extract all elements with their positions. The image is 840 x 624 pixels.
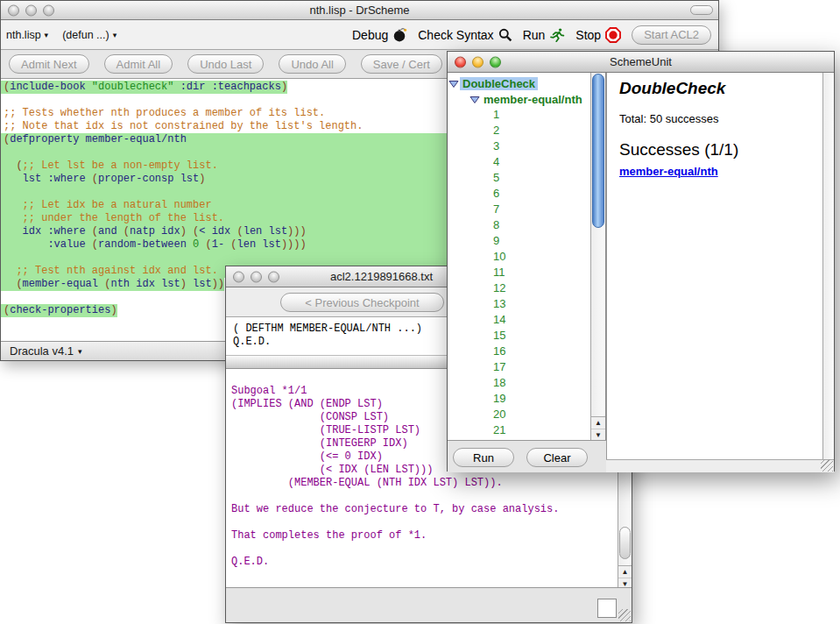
tree-case-18[interactable]: 18 (448, 375, 590, 391)
zoom-button[interactable] (490, 56, 501, 67)
disclosure-triangle-icon[interactable] (469, 95, 480, 104)
scrollbar-thumb[interactable] (592, 74, 604, 228)
stop-button[interactable]: Stop (575, 27, 621, 43)
close-button[interactable] (233, 271, 244, 282)
report-heading: DoubleCheck (619, 79, 815, 98)
undo-last-button[interactable]: Undo Last (187, 54, 264, 74)
drscheme-toolbar: nth.lisp ▾ (defun ...) ▾ Debug Check Syn… (1, 20, 718, 50)
clear-button[interactable]: Clear (526, 448, 588, 467)
schemeunit-bottom-strip (606, 459, 834, 472)
resize-grip[interactable] (618, 609, 631, 621)
tree-case-3[interactable]: 3 (448, 138, 590, 154)
tree-case-13[interactable]: 13 (448, 296, 590, 312)
tree-case-16[interactable]: 16 (448, 344, 590, 359)
window-controls (8, 4, 54, 16)
chevron-down-icon: ▾ (113, 31, 117, 39)
tree-case-9[interactable]: 9 (448, 233, 590, 249)
close-button[interactable] (455, 56, 466, 67)
tree-case-11[interactable]: 11 (448, 265, 590, 280)
start-acl2-button[interactable]: Start ACL2 (632, 25, 711, 45)
tree-case-8[interactable]: 8 (448, 217, 590, 233)
window-title: nth.lisp - DrScheme (1, 4, 718, 17)
schemeunit-button-bar: Run Clear (448, 440, 606, 472)
previous-checkpoint-button[interactable]: < Previous Checkpoint (280, 293, 444, 312)
runner-icon (549, 27, 565, 43)
defun-popup-menu[interactable]: (defun ...) ▾ (62, 29, 116, 41)
zoom-button[interactable] (268, 271, 279, 282)
stop-sign-icon (605, 27, 621, 43)
success-link[interactable]: member-equal/nth (619, 165, 718, 178)
chevron-down-icon: ▾ (45, 31, 49, 39)
scroll-up-arrow[interactable]: ▲ (591, 417, 605, 429)
undo-all-button[interactable]: Undo All (279, 54, 345, 74)
resize-grip[interactable] (821, 459, 833, 472)
acl2-bottom-panel (226, 587, 632, 622)
chevron-down-icon: ▾ (78, 347, 82, 356)
save-cert-button[interactable]: Save / Cert (361, 54, 442, 74)
schemeunit-titlebar[interactable]: SchemeUnit (448, 52, 834, 73)
tree-case-20[interactable]: 20 (448, 407, 590, 422)
test-tree[interactable]: DoubleCheck member-equal/nth 12345678910… (448, 73, 590, 440)
disclosure-triangle-icon[interactable] (448, 79, 459, 89)
tree-case-2[interactable]: 2 (448, 123, 590, 138)
toolbar-actions: Debug Check Syntax Run (352, 25, 713, 45)
report-total: Total: 50 successes (619, 112, 815, 125)
scrollbar-arrows: ▲ ▼ (618, 565, 632, 589)
bomb-icon (392, 27, 407, 42)
debug-button[interactable]: Debug (352, 27, 407, 42)
tree-item-member-equal-nth[interactable]: member-equal/nth (448, 91, 590, 107)
drscheme-titlebar[interactable]: nth.lisp - DrScheme (1, 1, 718, 20)
tree-case-7[interactable]: 7 (448, 202, 590, 217)
magnifier-icon (498, 28, 512, 42)
minimize-button[interactable] (472, 56, 484, 67)
admit-next-button[interactable]: Admit Next (9, 54, 89, 74)
tree-item-doublecheck[interactable]: DoubleCheck (448, 75, 590, 91)
tree-case-1[interactable]: 1 (448, 107, 590, 123)
language-menu[interactable]: Dracula v4.1 ▾ (10, 344, 82, 358)
window-controls (233, 271, 279, 282)
tree-case-12[interactable]: 12 (448, 280, 590, 296)
tree-case-4[interactable]: 4 (448, 154, 590, 170)
tree-case-21[interactable]: 21 (448, 422, 590, 438)
successes-heading: Successes (1/1) (619, 140, 815, 160)
scrollbar-arrows: ▲ ▼ (591, 416, 605, 440)
zoom-button[interactable] (43, 4, 54, 16)
schemeunit-window: SchemeUnit DoubleCheck member-equal/nth … (447, 51, 835, 472)
checkbox-indicator[interactable] (597, 599, 617, 618)
window-title: SchemeUnit (448, 55, 834, 68)
check-syntax-button[interactable]: Check Syntax (418, 28, 512, 42)
report-pane: DoubleCheck Total: 50 successes Successe… (606, 73, 822, 459)
minimize-button[interactable] (251, 271, 262, 282)
scrollbar-thumb[interactable] (619, 527, 631, 559)
tree-case-10[interactable]: 10 (448, 249, 590, 265)
close-button[interactable] (8, 4, 19, 16)
toolbar-collapse-pill[interactable] (690, 5, 713, 15)
window-controls (455, 56, 501, 67)
tree-case-17[interactable]: 17 (448, 359, 590, 375)
tree-scrollbar[interactable]: ▲ ▼ (590, 73, 606, 440)
tree-case-19[interactable]: 19 (448, 391, 590, 407)
tree-case-14[interactable]: 14 (448, 312, 590, 328)
minimize-button[interactable] (25, 4, 37, 16)
report-scrollbar[interactable] (822, 73, 834, 459)
test-tree-cases: 123456789101112131415161718192021 (448, 107, 590, 438)
scroll-up-arrow[interactable]: ▲ (618, 566, 632, 578)
tree-case-5[interactable]: 5 (448, 170, 590, 186)
tree-case-6[interactable]: 6 (448, 186, 590, 202)
scroll-down-arrow[interactable]: ▼ (591, 429, 605, 440)
run-button[interactable]: Run (523, 27, 566, 43)
run-tests-button[interactable]: Run (453, 448, 514, 467)
tree-case-15[interactable]: 15 (448, 328, 590, 344)
admit-all-button[interactable]: Admit All (104, 54, 173, 74)
file-popup-menu[interactable]: nth.lisp ▾ (6, 29, 48, 41)
